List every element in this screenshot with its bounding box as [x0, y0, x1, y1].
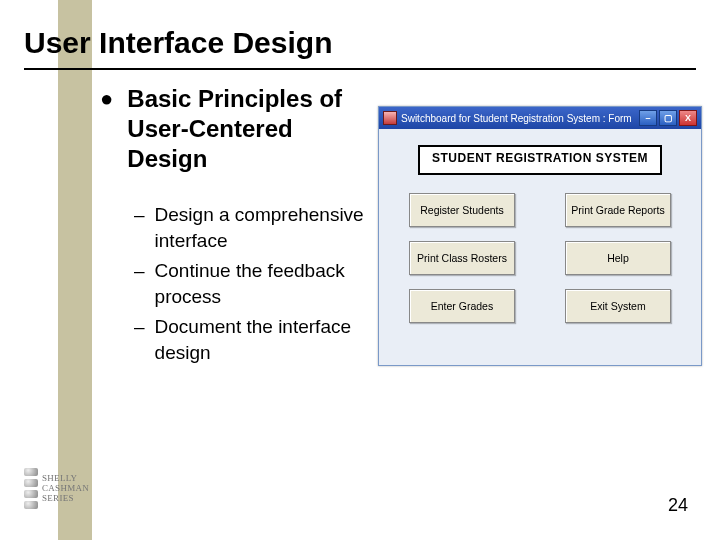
logo-line: SERIES — [42, 493, 89, 503]
sub-bullet-text: Design a comprehensive interface — [155, 202, 369, 254]
window-title-text: Switchboard for Student Registration Sys… — [401, 113, 639, 124]
logo-line: SHELLY — [42, 473, 89, 483]
app-icon — [383, 111, 397, 125]
exit-system-button[interactable]: Exit System — [565, 289, 671, 323]
sub-bullet-item: – Document the interface design — [134, 314, 369, 366]
dash-icon: – — [134, 314, 145, 340]
sub-bullet-item: – Continue the feedback process — [134, 258, 369, 310]
bullet-dot-icon: ● — [100, 84, 113, 114]
enter-grades-button[interactable]: Enter Grades — [409, 289, 515, 323]
system-heading: STUDENT REGISTRATION SYSTEM — [418, 145, 662, 175]
sub-bullet-item: – Design a comprehensive interface — [134, 202, 369, 254]
dash-icon: – — [134, 202, 145, 228]
register-students-button[interactable]: Register Students — [409, 193, 515, 227]
screenshot-figure: Switchboard for Student Registration Sys… — [378, 106, 702, 366]
logo-bars-icon — [24, 468, 38, 509]
minimize-icon[interactable]: – — [639, 110, 657, 126]
slide-title: User Interface Design — [24, 26, 332, 60]
window-body: STUDENT REGISTRATION SYSTEM Register Stu… — [379, 129, 701, 333]
window-controls: – ▢ X — [639, 110, 697, 126]
series-logo: SHELLY CASHMAN SERIES — [24, 460, 94, 516]
decorative-left-band — [58, 0, 92, 540]
page-number: 24 — [668, 495, 688, 516]
logo-text: SHELLY CASHMAN SERIES — [42, 473, 89, 503]
help-button[interactable]: Help — [565, 241, 671, 275]
maximize-icon[interactable]: ▢ — [659, 110, 677, 126]
title-underline — [24, 68, 696, 70]
print-grade-reports-button[interactable]: Print Grade Reports — [565, 193, 671, 227]
sub-bullet-list: – Design a comprehensive interface – Con… — [134, 202, 369, 366]
main-bullet-text: Basic Principles of User-Centered Design — [127, 84, 362, 174]
close-icon[interactable]: X — [679, 110, 697, 126]
window-titlebar: Switchboard for Student Registration Sys… — [379, 107, 701, 129]
dash-icon: – — [134, 258, 145, 284]
sub-bullet-text: Continue the feedback process — [155, 258, 369, 310]
logo-line: CASHMAN — [42, 483, 89, 493]
sub-bullet-text: Document the interface design — [155, 314, 369, 366]
print-class-rosters-button[interactable]: Print Class Rosters — [409, 241, 515, 275]
switchboard-grid: Register Students Print Grade Reports Pr… — [389, 193, 691, 323]
